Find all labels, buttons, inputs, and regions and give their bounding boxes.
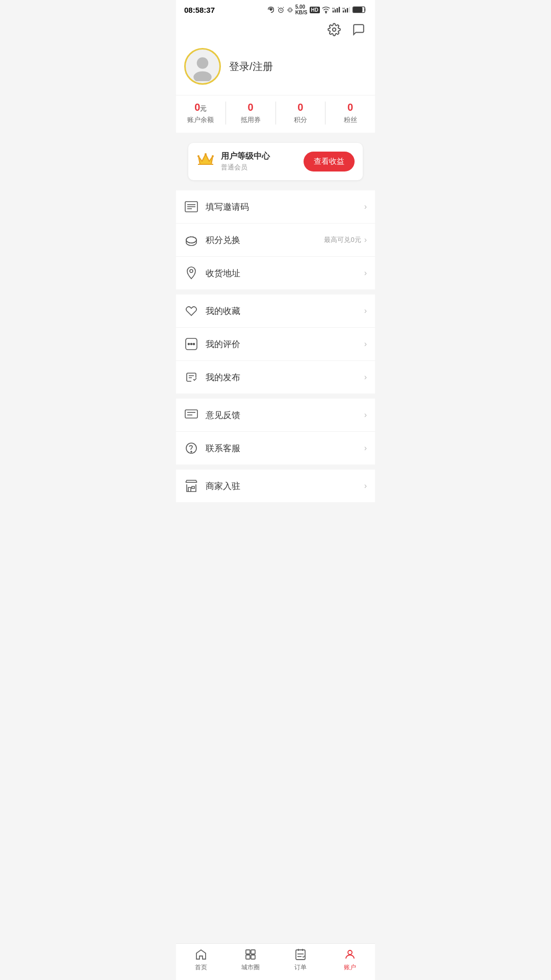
svg-rect-4 bbox=[333, 11, 334, 13]
svg-rect-6 bbox=[337, 8, 338, 13]
svg-rect-9 bbox=[343, 11, 344, 13]
menu-item-service[interactable]: 联系客服 › bbox=[176, 432, 375, 464]
menu-item-feedback[interactable]: 意见反馈 › bbox=[176, 399, 375, 432]
menu-label-favorites: 我的收藏 bbox=[206, 305, 364, 317]
chevron-review: › bbox=[364, 339, 367, 349]
invite-code-icon bbox=[184, 200, 198, 214]
chevron-service: › bbox=[364, 444, 367, 453]
svg-point-19 bbox=[193, 71, 211, 81]
menu-item-review[interactable]: 我的评价 › bbox=[176, 328, 375, 361]
svg-point-0 bbox=[270, 9, 271, 11]
menu-label-review: 我的评价 bbox=[206, 338, 364, 350]
stat-coupon[interactable]: 0 抵用券 bbox=[226, 102, 276, 125]
menu-item-address[interactable]: 收货地址 › bbox=[176, 257, 375, 289]
menu-section-1: 填写邀请码 › 积分兑换 最高可兑0元 › 收货地址 bbox=[176, 190, 375, 289]
svg-text:5G: 5G bbox=[332, 7, 335, 10]
stat-points[interactable]: 0 积分 bbox=[276, 102, 326, 125]
member-text: 用户等级中心 普通会员 bbox=[221, 151, 270, 172]
menu-section-3: 意见反馈 › 联系客服 › bbox=[176, 399, 375, 464]
menu-item-merchant[interactable]: 商家入驻 › bbox=[176, 470, 375, 502]
menu-item-points[interactable]: 积分兑换 最高可兑0元 › bbox=[176, 224, 375, 257]
chevron-favorites: › bbox=[364, 306, 367, 315]
chevron-feedback: › bbox=[364, 410, 367, 420]
address-icon bbox=[184, 266, 198, 280]
svg-point-32 bbox=[191, 344, 192, 345]
svg-rect-7 bbox=[339, 7, 340, 12]
svg-point-22 bbox=[205, 153, 207, 155]
menu-label-service: 联系客服 bbox=[206, 443, 364, 454]
stat-fans-label: 粉丝 bbox=[344, 115, 357, 125]
svg-rect-2 bbox=[289, 8, 291, 12]
feedback-icon bbox=[184, 408, 198, 422]
member-card: 用户等级中心 普通会员 查看收益 bbox=[188, 143, 363, 180]
svg-text:5G: 5G bbox=[342, 7, 345, 10]
svg-point-20 bbox=[197, 155, 199, 157]
member-info: 用户等级中心 普通会员 bbox=[196, 151, 270, 172]
stat-balance-label: 账户余额 bbox=[187, 115, 214, 125]
menu-item-publish[interactable]: 我的发布 › bbox=[176, 361, 375, 394]
menu-label-points: 积分兑换 bbox=[206, 234, 324, 246]
stat-points-value: 0 bbox=[297, 102, 303, 113]
menu-sub-points: 最高可兑0元 bbox=[324, 235, 361, 244]
status-time: 08:58:37 bbox=[184, 6, 215, 14]
stat-balance[interactable]: 0元 账户余额 bbox=[176, 102, 226, 125]
stat-balance-value: 0元 bbox=[194, 102, 207, 113]
svg-point-29 bbox=[190, 270, 193, 273]
merchant-icon bbox=[184, 479, 198, 493]
menu-section-2: 我的收藏 › 我的评价 › 我 bbox=[176, 295, 375, 394]
member-title: 用户等级中心 bbox=[221, 151, 270, 162]
settings-button[interactable] bbox=[326, 21, 342, 38]
review-icon bbox=[184, 337, 198, 351]
stat-points-label: 积分 bbox=[294, 115, 307, 125]
menu-label-address: 收货地址 bbox=[206, 267, 364, 279]
svg-point-3 bbox=[325, 12, 327, 13]
svg-point-17 bbox=[333, 28, 336, 32]
message-button[interactable] bbox=[350, 21, 367, 38]
status-bar: 08:58:37 5.00KB/S HD bbox=[176, 0, 375, 17]
chevron-publish: › bbox=[364, 373, 367, 382]
view-earnings-button[interactable]: 查看收益 bbox=[304, 152, 355, 172]
service-icon bbox=[184, 441, 198, 455]
stat-fans[interactable]: 0 粉丝 bbox=[325, 102, 375, 125]
svg-point-21 bbox=[212, 155, 214, 157]
login-text[interactable]: 登录/注册 bbox=[229, 60, 273, 74]
svg-rect-12 bbox=[349, 7, 350, 12]
menu-label-feedback: 意见反馈 bbox=[206, 409, 364, 421]
chevron-address: › bbox=[364, 268, 367, 278]
svg-point-33 bbox=[193, 344, 195, 345]
stat-fans-value: 0 bbox=[347, 102, 353, 113]
svg-rect-34 bbox=[185, 410, 197, 418]
menu-label-invite: 填写邀请码 bbox=[206, 201, 364, 213]
publish-icon bbox=[184, 370, 198, 384]
header-actions bbox=[176, 17, 375, 44]
crown-icon bbox=[196, 152, 215, 171]
chevron-points: › bbox=[364, 235, 367, 244]
menu-label-publish: 我的发布 bbox=[206, 372, 364, 383]
chevron-merchant: › bbox=[364, 481, 367, 491]
member-subtitle: 普通会员 bbox=[221, 163, 270, 172]
menu-section-4: 商家入驻 › bbox=[176, 470, 375, 502]
svg-rect-11 bbox=[347, 8, 348, 13]
favorites-icon bbox=[184, 304, 198, 318]
svg-text:67: 67 bbox=[355, 9, 359, 12]
stat-coupon-label: 抵用券 bbox=[241, 115, 261, 125]
svg-point-38 bbox=[191, 451, 192, 452]
profile-section: 登录/注册 bbox=[176, 44, 375, 95]
menu-label-merchant: 商家入驻 bbox=[206, 480, 364, 492]
menu-item-favorites[interactable]: 我的收藏 › bbox=[176, 295, 375, 328]
status-icons: 5.00KB/S HD 5G bbox=[267, 4, 367, 15]
avatar[interactable] bbox=[184, 48, 221, 85]
stats-row: 0元 账户余额 0 抵用券 0 积分 0 粉丝 bbox=[176, 95, 375, 133]
chevron-invite: › bbox=[364, 202, 367, 211]
svg-point-31 bbox=[188, 344, 190, 345]
menu-item-invite[interactable]: 填写邀请码 › bbox=[176, 190, 375, 224]
points-exchange-icon bbox=[184, 233, 198, 247]
stat-coupon-value: 0 bbox=[248, 102, 254, 113]
svg-point-18 bbox=[197, 57, 209, 69]
